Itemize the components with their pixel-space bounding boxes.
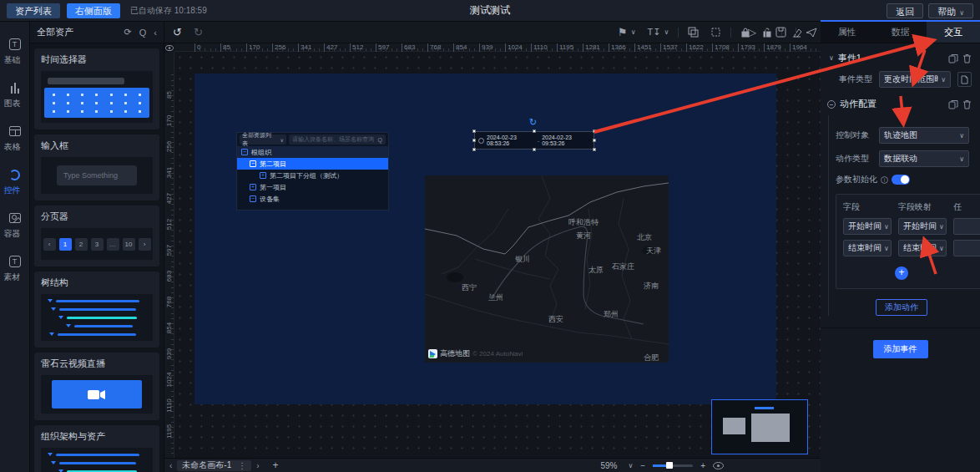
redo-icon[interactable]: ↻ <box>194 26 203 38</box>
add-field-row-button[interactable]: + <box>895 266 908 280</box>
sidebar-item-material[interactable]: T 素材 <box>0 254 29 297</box>
ruler-label: 597 <box>376 43 389 52</box>
field-mapping-box: 字段 字段映射 任 开始时间∨ 开始时间∨ ∨ 结束时间∨ 结束时间∨ ∨ + <box>836 194 980 289</box>
tree-node[interactable]: + 第二项目下分组（测试） <box>237 170 388 181</box>
map-city-label: 天津 <box>646 246 661 256</box>
map-widget[interactable]: 呼和浩特黄河北京天津银川太原石家庄济南西宁兰州西安郑州合肥 高德地图 © 202… <box>425 175 669 363</box>
asset-card-video-live[interactable]: 雷石云视频直播 <box>34 353 159 420</box>
add-canvas-icon[interactable]: + <box>273 459 279 471</box>
zoom-out-icon[interactable]: − <box>640 461 645 470</box>
copy-icon[interactable] <box>948 99 958 109</box>
back-button[interactable]: 返回 <box>887 3 923 18</box>
tab-interaction[interactable]: 交互 <box>927 22 980 43</box>
asset-card-pager[interactable]: 分页器 ‹123…10› <box>34 206 159 266</box>
add-action-button[interactable]: 添加动作 <box>876 299 927 316</box>
pager-page: … <box>107 238 119 251</box>
action-section-header: 动作配置 <box>821 88 980 115</box>
mapping-select[interactable]: 开始时间∨ <box>898 218 947 235</box>
sidebar-item-charts[interactable]: 图表 <box>0 80 29 124</box>
undo-icon[interactable]: ↺ <box>173 26 182 38</box>
resize-handle-e[interactable] <box>593 139 596 142</box>
param-init-toggle[interactable] <box>892 175 910 185</box>
tree-widget[interactable]: 全部资源列表∨ 请输入设备名称、场景名称查询 Q − 根组织 − 第二项目 <box>236 132 389 211</box>
collapse-panel-icon[interactable]: ‹ <box>154 28 157 38</box>
asset-card-tree[interactable]: 树结构 <box>34 272 159 348</box>
resize-handle-sw[interactable] <box>472 148 476 151</box>
resize-handle-s[interactable] <box>533 148 536 151</box>
align-top-icon[interactable]: T↧∨ <box>648 27 669 38</box>
time-range-widget[interactable]: 2024-02-23 08:53:26 - 2024-02-23 09:53:2… <box>474 131 594 150</box>
col-field: 字段 <box>843 201 892 213</box>
sidebar-item-basic[interactable]: T 基础 <box>0 37 29 80</box>
tree-node-label: 第二项目下分组（测试） <box>270 171 343 180</box>
map-city-label: 西安 <box>548 314 563 325</box>
tree-filter-select[interactable]: 全部资源列表∨ <box>240 134 286 145</box>
publish-icon[interactable] <box>806 28 817 38</box>
asset-list-button[interactable]: 资产列表 <box>7 3 60 18</box>
expander-icon[interactable]: − <box>250 160 256 167</box>
help-button[interactable]: 帮助∨ <box>928 3 973 18</box>
canvas-tab[interactable]: 未命名画布-1 ⋮ <box>177 460 251 471</box>
eye-icon[interactable] <box>713 462 724 469</box>
expander-icon[interactable]: − <box>241 149 248 155</box>
mapping-select[interactable]: 结束时间∨ <box>898 240 947 256</box>
prev-canvas-icon[interactable]: ‹ <box>169 461 172 470</box>
resize-handle-nw[interactable] <box>472 129 476 133</box>
ungroup-icon[interactable] <box>710 27 721 38</box>
zoom-slider[interactable] <box>653 464 693 467</box>
zoom-in-icon[interactable]: + <box>700 461 705 470</box>
asset-card-timepicker[interactable]: 时间选择器 <box>34 48 159 129</box>
canvas-area[interactable]: 全部资源列表∨ 请输入设备名称、场景名称查询 Q − 根组织 − 第二项目 <box>174 52 821 458</box>
resize-handle-w[interactable] <box>472 139 476 142</box>
copy-icon[interactable] <box>948 53 958 63</box>
tab-properties[interactable]: 属性 <box>821 22 874 43</box>
tree-node[interactable]: − 设备集 <box>237 193 388 205</box>
collapse-minus-icon[interactable] <box>827 100 836 109</box>
resize-handle-n[interactable] <box>533 129 536 133</box>
asset-card-org-assets[interactable]: 组织架构与资产 <box>34 425 159 472</box>
field-select[interactable]: 结束时间∨ <box>843 240 892 256</box>
ruler-label: 85 <box>165 84 173 106</box>
add-event-button[interactable]: 添加事件 <box>873 340 928 358</box>
chevron-down-icon[interactable]: ∨ <box>829 54 834 62</box>
expander-icon[interactable]: − <box>250 195 256 202</box>
resize-handle-ne[interactable] <box>593 129 596 133</box>
field-select[interactable]: 开始时间∨ <box>843 218 892 235</box>
extra-select[interactable]: ∨ <box>953 240 980 256</box>
tab-data[interactable]: 数据 <box>874 22 927 43</box>
edit-json-icon[interactable] <box>957 72 972 87</box>
eye-icon[interactable] <box>165 45 174 51</box>
sidebar-item-container[interactable]: 容器 <box>0 211 29 254</box>
pager-page: › <box>139 238 151 251</box>
action-type-select[interactable]: 数据联动∨ <box>879 150 969 167</box>
search-icon[interactable]: Q <box>139 28 147 38</box>
chevron-down-icon[interactable]: ∨ <box>628 462 633 469</box>
event-type-select[interactable]: 更改时间范围时∨ <box>879 71 951 88</box>
asset-card-input[interactable]: 输入框 Type Something <box>34 134 159 200</box>
sidebar-item-table[interactable]: 表格 <box>0 124 29 167</box>
more-options-icon[interactable]: ⋮ <box>238 461 246 470</box>
sidebar-item-controls[interactable]: 控件 <box>0 167 29 211</box>
flag-marker-icon[interactable]: ⚑∨ <box>618 26 636 38</box>
next-canvas-icon[interactable]: › <box>256 461 259 470</box>
tree-node-selected[interactable]: − 第二项目 <box>237 158 388 170</box>
extra-select[interactable]: ∨ <box>953 218 980 235</box>
tree-node-root[interactable]: − 根组织 <box>237 146 388 158</box>
delete-icon[interactable] <box>962 99 972 109</box>
preview-play-icon[interactable]: ▷ <box>748 26 756 38</box>
tree-search-input[interactable]: 请输入设备名称、场景名称查询 Q <box>289 134 386 145</box>
delete-icon[interactable] <box>962 53 972 63</box>
expander-icon[interactable]: + <box>250 184 256 190</box>
expander-icon[interactable]: + <box>260 172 266 179</box>
zoom-level[interactable]: 59% <box>600 461 617 470</box>
refresh-icon[interactable]: ⟳ <box>124 27 132 38</box>
minimap[interactable] <box>711 399 808 454</box>
group-icon[interactable] <box>688 27 699 38</box>
widget-refresh-icon[interactable]: ↻ <box>529 117 537 128</box>
text-icon: T <box>8 37 23 52</box>
save-icon[interactable] <box>775 27 786 38</box>
control-target-select[interactable]: 轨迹地图∨ <box>879 127 969 144</box>
resize-handle-se[interactable] <box>593 148 596 151</box>
right-panel-button[interactable]: 右侧面版 <box>67 3 120 18</box>
tree-node[interactable]: + 第一项目 <box>237 181 388 193</box>
